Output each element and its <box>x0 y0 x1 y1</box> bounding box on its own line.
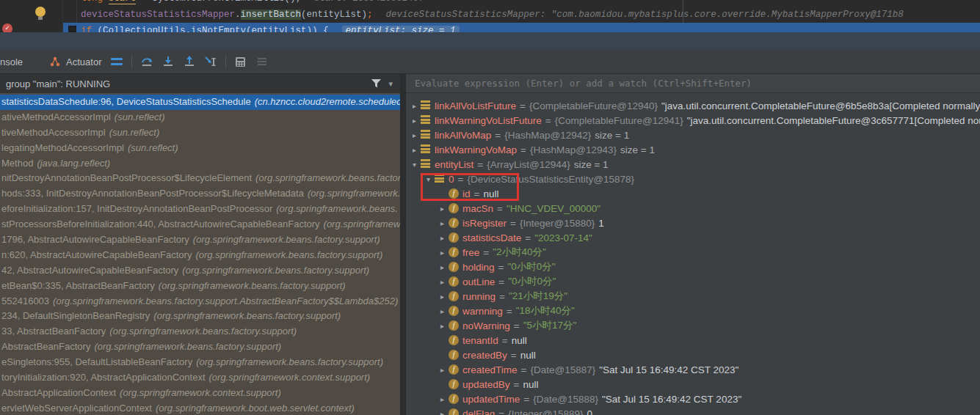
variable-row[interactable]: fupdatedBy=null <box>406 377 980 392</box>
equals-sign: = <box>477 159 483 170</box>
frame-row[interactable]: nitDestroyAnnotationBeanPostProcessor$Li… <box>0 171 400 186</box>
frame-row[interactable]: 1796, AbstractAutowireCapableBeanFactory… <box>0 232 400 248</box>
chevron-down-icon[interactable]: ▾ <box>388 79 393 89</box>
step-into-icon[interactable] <box>161 55 175 68</box>
tab-console[interactable]: nsole <box>0 56 23 67</box>
code-line-1: long start = System.currentTimeMillis();… <box>0 0 980 7</box>
variable-row[interactable]: ▸ffree="2小时40分" <box>406 245 980 260</box>
frame-row[interactable]: 42, AbstractAutowireCapableBeanFactory(o… <box>0 263 400 279</box>
chevron-right-icon[interactable]: ▸ <box>436 219 449 227</box>
variable-row[interactable]: ▸fdelFlag={Integer@15889}0 <box>406 406 980 415</box>
tab-actuator-label: Actuator <box>66 56 101 67</box>
frame-location: 1796, AbstractAutowireCapableBeanFactory <box>1 234 189 245</box>
variable-row[interactable]: ▸fholding="0小时0分" <box>406 260 980 274</box>
intention-bulb-icon[interactable] <box>35 7 46 17</box>
filter-icon[interactable] <box>369 77 382 90</box>
menu-icon[interactable] <box>110 55 123 68</box>
chevron-right-icon[interactable]: ▸ <box>436 234 449 242</box>
variable-row[interactable]: ▸fstatisticsDate="2023-07-14" <box>406 230 980 245</box>
chevron-right-icon[interactable]: ▸ <box>436 263 449 271</box>
variable-row[interactable]: ▸linkAllVoMap={HashMap@12942}size = 1 <box>406 128 980 142</box>
chevron-right-icon[interactable]: ▸ <box>436 395 449 403</box>
chevron-right-icon[interactable]: ▸ <box>436 293 449 301</box>
threads-bar[interactable]: group "main": RUNNING ▾ <box>0 74 400 93</box>
field-icon: f <box>449 364 459 375</box>
variable-value-plain: "Sat Jul 15 16:49:42 CST 2023" <box>602 394 741 405</box>
chevron-right-icon[interactable]: ▸ <box>436 366 449 374</box>
frame-row[interactable]: Method(java.lang.reflect) <box>0 156 400 172</box>
variable-value-str: "21小时19分" <box>509 290 567 303</box>
frame-row[interactable]: legatingMethodAccessorImpl(sun.reflect) <box>0 141 400 156</box>
frame-row[interactable]: tiveMethodAccessorImpl(sun.reflect) <box>0 125 400 141</box>
variable-row[interactable]: ▸linkWarningVoListFuture={CompletableFut… <box>406 113 980 128</box>
chevron-down-icon[interactable]: ▾ <box>408 161 421 169</box>
thread-status-label: group "main": RUNNING <box>0 78 110 89</box>
layout-settings-icon[interactable] <box>255 55 269 68</box>
step-over-icon[interactable] <box>140 55 153 68</box>
variable-value-plain: null <box>520 350 536 361</box>
frame-row[interactable]: AbstractBeanFactory(org.springframework.… <box>0 339 400 355</box>
chevron-right-icon[interactable]: ▸ <box>436 205 449 213</box>
frame-location: statisticsDataSchedule:96, DeviceStatusS… <box>1 96 251 107</box>
variable-row[interactable]: ▸foutLine="0小时0分" <box>406 274 980 289</box>
variable-row[interactable]: ▾entityList={ArrayList@12944}size = 1 <box>406 157 980 172</box>
panel-splitter[interactable] <box>400 74 406 415</box>
equals-sign: = <box>499 291 505 302</box>
chevron-right-icon[interactable]: ▸ <box>436 249 449 257</box>
frame-row[interactable]: eSingletons:955, DefaultListableBeanFact… <box>0 355 400 370</box>
code-text: = System.currentTimeMillis(); <box>136 0 301 4</box>
toolbar-separator <box>131 55 132 68</box>
variable-row[interactable]: fcreatedBy=null <box>406 348 980 362</box>
chevron-right-icon[interactable]: ▸ <box>436 278 449 286</box>
frame-package: (org.springframework.beans.factory.suppo… <box>159 280 346 291</box>
variable-row[interactable]: ▸fnoWarning="5小时17分" <box>406 318 980 333</box>
frame-row[interactable]: toryInitialization:920, AbstractApplicat… <box>0 370 400 386</box>
frame-row[interactable]: stProcessorsBeforeInitialization:440, Ab… <box>0 217 400 232</box>
variable-row[interactable]: ▸fcreatedTime={Date@15887}"Sat Jul 15 16… <box>406 362 980 377</box>
variable-row[interactable]: ▸linkAllVoListFuture={CompletableFuture@… <box>406 98 980 113</box>
frame-row[interactable]: AbstractApplicationContext(org.springfra… <box>0 386 400 401</box>
chevron-right-icon[interactable]: ▸ <box>408 131 421 139</box>
tab-actuator[interactable]: Actuator <box>48 55 101 68</box>
variable-row[interactable]: ▸fupdatedTime={Date@15888}"Sat Jul 15 16… <box>406 392 980 406</box>
frame-row[interactable]: eforeInitialization:157, InitDestroyAnno… <box>0 202 400 217</box>
evaluate-expression-icon[interactable] <box>234 55 247 68</box>
variable-row[interactable]: ▸frunning="21小时19分" <box>406 289 980 304</box>
variable-row[interactable]: ▸fwarnning="18小时40分" <box>406 304 980 318</box>
frame-package: (org.springframework.beans.factory.suppo… <box>53 295 398 306</box>
variable-row[interactable]: ▸fisRegister={Integer@15880}1 <box>406 216 980 230</box>
chevron-right-icon[interactable]: ▸ <box>408 146 421 154</box>
variable-value-str: "2小时40分" <box>493 246 546 259</box>
frame-package: (org.springframework.boot.web.servlet.co… <box>156 403 355 414</box>
field-icon: f <box>449 291 459 301</box>
frame-row[interactable]: n:620, AbstractAutowireCapableBeanFactor… <box>0 248 400 263</box>
variable-name: linkWarningVoListFuture <box>435 115 542 126</box>
frame-row[interactable]: 234, DefaultSingletonBeanRegistry(org.sp… <box>0 309 400 324</box>
frame-location: tiveMethodAccessorImpl <box>1 127 106 138</box>
run-to-cursor-icon[interactable] <box>204 55 217 68</box>
variable-row[interactable]: ▸fmacSn="HNC_VDEV_00000" <box>406 201 980 216</box>
frame-row[interactable]: 33, AbstractBeanFactory(org.springframew… <box>0 324 400 339</box>
chevron-right-icon[interactable]: ▸ <box>408 117 421 125</box>
frame-row[interactable]: 552416003(org.springframework.beans.fact… <box>0 294 400 309</box>
value-bars-icon <box>421 130 430 140</box>
variable-value-ref: {Integer@15889} <box>508 408 583 415</box>
variable-value-ref: {HashMap@12943} <box>530 144 617 155</box>
chevron-right-icon[interactable]: ▸ <box>408 102 421 110</box>
chevron-right-icon[interactable]: ▸ <box>436 307 449 315</box>
frame-row[interactable]: hods:333, InitDestroyAnnotationBeanPostP… <box>0 186 400 202</box>
frame-row[interactable]: ervletWebServerApplicationContext(org.sp… <box>0 401 400 415</box>
variable-value-plain: "java.util.concurrent.CompletableFuture@… <box>661 100 980 111</box>
frame-package: (sun.reflect) <box>128 142 178 153</box>
frame-row[interactable]: etBean$0:335, AbstractBeanFactory(org.sp… <box>0 279 400 294</box>
evaluate-expression-input[interactable] <box>406 78 980 89</box>
chevron-right-icon[interactable]: ▸ <box>436 410 449 415</box>
chevron-right-icon[interactable]: ▸ <box>436 322 449 330</box>
frame-row[interactable]: statisticsDataSchedule:96, DeviceStatusS… <box>0 95 400 110</box>
gutter-marker <box>68 26 76 32</box>
frame-row[interactable]: ativeMethodAccessorImpl(sun.reflect) <box>0 110 400 125</box>
step-out-icon[interactable] <box>183 55 196 68</box>
variable-row[interactable]: ▸linkWarningVoMap={HashMap@12943}size = … <box>406 142 980 157</box>
variable-row[interactable]: ftenantId=null <box>406 333 980 348</box>
equals-sign: = <box>520 100 526 111</box>
